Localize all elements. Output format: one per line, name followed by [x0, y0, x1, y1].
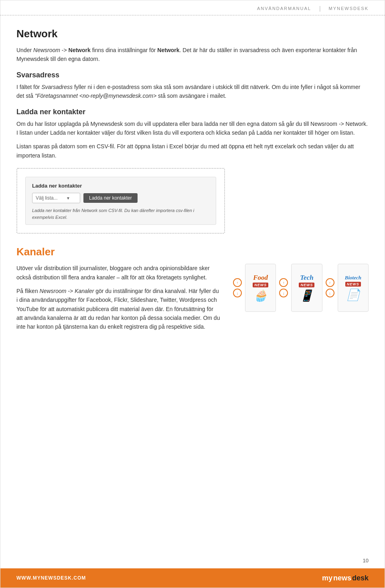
network-section: Network Under Newsroom -> Network finns …: [16, 28, 369, 234]
kanaler-section: Kanaler Utöver vår distribution till jou…: [16, 246, 369, 336]
arrow-up-icon: ↑: [233, 278, 242, 287]
brand-label: MYNEWSDESK: [329, 6, 369, 11]
biotech-card-title: Biotech: [345, 275, 361, 281]
page-header: ANVÄNDARMANUAL | MYNEWSDESK: [0, 0, 385, 16]
biotech-news-badge: NEWS: [345, 282, 361, 287]
left-arrows: ↑ ↓: [233, 278, 242, 297]
channel-cards-area: ↑ ↓ Food NEWS 🧁 ↑ ↓: [232, 264, 369, 312]
header-divider: |: [319, 5, 321, 12]
screenshot-heading: Ladda ner kontakter: [32, 183, 209, 189]
tech-card-title: Tech: [300, 274, 313, 282]
right-arrows: ↑ ↓: [326, 278, 334, 297]
arrow-up2-icon: ↑: [279, 278, 288, 287]
logo-my: my: [322, 574, 332, 582]
kanaler-para1: Utöver vår distribution till journaliste…: [16, 264, 220, 282]
svarsadress-para: I fältet för Svarsadress fyller ni i den…: [16, 83, 369, 101]
food-icon: 🧁: [253, 289, 267, 302]
ladda-para1: Om du har listor upplagda på Mynewsdesk …: [16, 119, 369, 137]
logo-news: news: [333, 574, 351, 582]
download-button[interactable]: Ladda ner kontakter: [83, 193, 138, 203]
logo-desk: desk: [352, 574, 369, 582]
ladda-para2: Listan sparas på datorn som en CSV-fil. …: [16, 142, 369, 160]
screenshot-box: Ladda ner kontakter Välj lista... ▼ Ladd…: [16, 168, 225, 234]
arrow-down-icon: ↓: [233, 289, 242, 297]
page-number: 10: [363, 558, 369, 564]
select-arrow-icon: ▼: [66, 196, 70, 200]
kanaler-title: Kanaler: [16, 246, 369, 258]
network-title: Network: [16, 28, 369, 40]
screenshot-inner: Ladda ner kontakter Välj lista... ▼ Ladd…: [25, 177, 216, 225]
footer-bar: WWW.MYNEWSDESK.COM my news desk: [0, 568, 385, 588]
main-content: Network Under Newsroom -> Network finns …: [0, 16, 385, 360]
select-placeholder: Välj lista...: [36, 195, 58, 201]
ladda-title: Ladda ner kontakter: [16, 108, 369, 116]
screenshot-controls: Välj lista... ▼ Ladda ner kontakter: [32, 193, 209, 203]
tech-channel-card: Tech NEWS 📱: [291, 264, 322, 312]
arrow-down2-icon: ↓: [279, 289, 288, 297]
tech-icon: 📱: [300, 289, 314, 302]
manual-label: ANVÄNDARMANUAL: [257, 6, 311, 11]
network-para1: Under Newsroom -> Network finns dina ins…: [16, 46, 369, 64]
arrow-up3-icon: ↑: [326, 278, 334, 287]
svarsadress-title: Svarsadress: [16, 71, 369, 79]
tech-news-badge: NEWS: [299, 283, 314, 287]
biotech-channel-card: Biotech NEWS 📄: [338, 264, 369, 312]
kanaler-layout: Utöver vår distribution till journaliste…: [16, 264, 369, 336]
food-card-title: Food: [253, 274, 268, 282]
kanaler-text: Utöver vår distribution till journaliste…: [16, 264, 220, 336]
food-news-badge: NEWS: [253, 283, 268, 287]
food-channel-card: Food NEWS 🧁: [245, 264, 276, 312]
screenshot-description: Ladda ner kontakter från Network som CSV…: [32, 207, 209, 220]
footer-logo: my news desk: [322, 574, 369, 582]
middle-arrows: ↑ ↓: [279, 278, 288, 297]
list-select[interactable]: Välj lista... ▼: [32, 193, 80, 203]
arrow-down3-icon: ↓: [326, 289, 334, 297]
footer-url: WWW.MYNEWSDESK.COM: [16, 575, 86, 581]
kanaler-para2: På fliken Newsroom -> Kanaler gör du ins…: [16, 287, 220, 331]
biotech-icon: 📄: [346, 288, 360, 301]
